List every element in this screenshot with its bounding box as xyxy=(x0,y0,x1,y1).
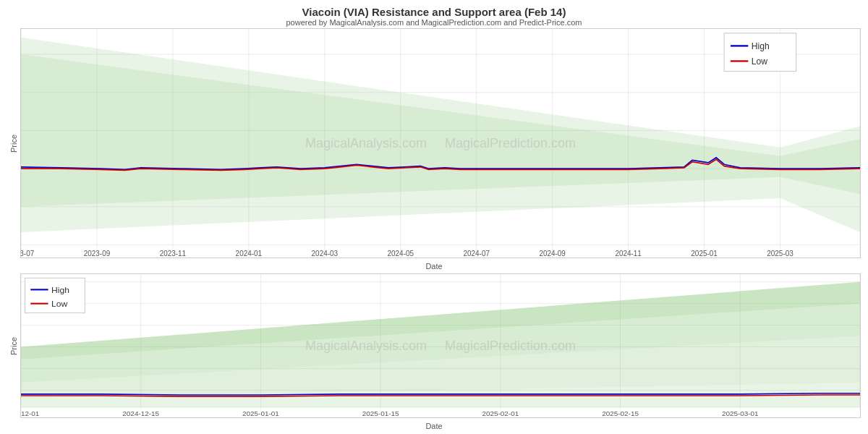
svg-text:2025-01-01: 2025-01-01 xyxy=(242,409,279,417)
svg-text:2024-03: 2024-03 xyxy=(312,249,339,257)
svg-text:2023-09: 2023-09 xyxy=(84,249,111,257)
bottom-chart-area: 3.0 2.5 2.0 1.5 1.0 0.5 0.0 2024-12-01 2… xyxy=(20,273,861,418)
main-title: Viacoin (VIA) Resistance and Support are… xyxy=(7,6,861,18)
svg-text:High: High xyxy=(752,41,770,51)
svg-text:2024-11: 2024-11 xyxy=(615,249,642,257)
svg-text:2024-05: 2024-05 xyxy=(388,249,414,257)
svg-text:2023-11: 2023-11 xyxy=(160,249,187,257)
bottom-chart-svg: 3.0 2.5 2.0 1.5 1.0 0.5 0.0 2024-12-01 2… xyxy=(21,274,860,417)
svg-text:2024-12-01: 2024-12-01 xyxy=(21,409,39,417)
svg-text:2025-02-01: 2025-02-01 xyxy=(482,409,519,417)
svg-text:2024-01: 2024-01 xyxy=(236,249,263,257)
svg-text:Low: Low xyxy=(752,56,768,67)
svg-text:2025-03: 2025-03 xyxy=(767,249,793,257)
svg-text:2025-01: 2025-01 xyxy=(691,249,718,257)
top-chart-svg: 7.5 5.0 2.5 0.0 −2.5 2023-07 2023-09 202… xyxy=(21,29,860,258)
svg-text:2024-12-15: 2024-12-15 xyxy=(122,409,159,417)
bottom-y-axis-label: Price xyxy=(7,273,20,418)
svg-text:Low: Low xyxy=(51,299,68,309)
title-section: Viacoin (VIA) Resistance and Support are… xyxy=(7,6,861,27)
svg-text:2025-03-01: 2025-03-01 xyxy=(722,409,759,417)
top-chart-panel: Price xyxy=(7,28,861,258)
bottom-x-label: Date xyxy=(7,422,861,430)
svg-text:2023-07: 2023-07 xyxy=(21,249,35,257)
top-x-label: Date xyxy=(7,262,861,271)
svg-text:2025-02-15: 2025-02-15 xyxy=(602,409,639,417)
bottom-chart-panel: Price xyxy=(7,273,861,418)
subtitle: powered by MagicalAnalysis.com and Magic… xyxy=(7,18,861,27)
chart-container: Viacoin (VIA) Resistance and Support are… xyxy=(0,0,868,434)
charts-wrapper: Price xyxy=(7,28,861,430)
top-y-axis-label: Price xyxy=(7,28,20,258)
top-chart-area: 7.5 5.0 2.5 0.0 −2.5 2023-07 2023-09 202… xyxy=(20,28,861,258)
svg-text:High: High xyxy=(51,285,69,295)
svg-text:2024-09: 2024-09 xyxy=(539,249,566,257)
svg-text:2024-07: 2024-07 xyxy=(463,249,490,257)
svg-text:2025-01-15: 2025-01-15 xyxy=(362,409,399,417)
